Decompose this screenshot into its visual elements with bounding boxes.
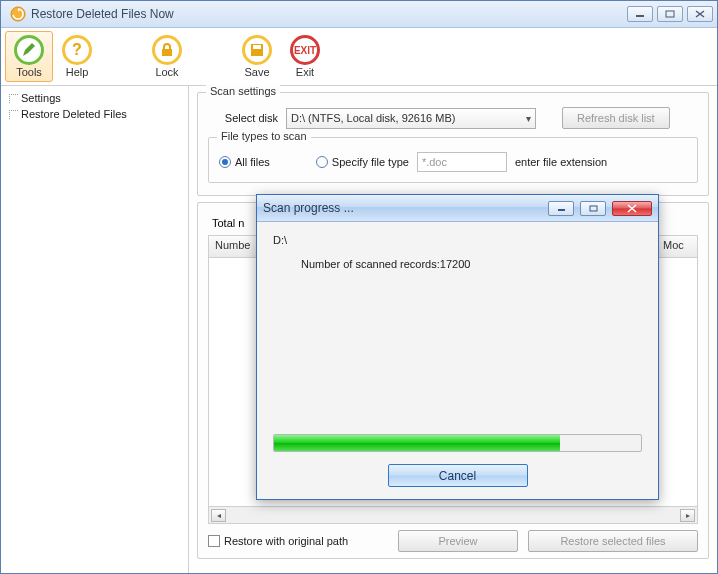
dialog-maximize-button[interactable] xyxy=(580,201,606,216)
titlebar: Restore Deleted Files Now xyxy=(1,1,717,28)
svg-rect-5 xyxy=(253,45,261,49)
svg-rect-6 xyxy=(558,209,565,211)
dialog-title: Scan progress ... xyxy=(263,201,542,215)
checkbox-box-icon xyxy=(208,535,220,547)
restore-selected-button[interactable]: Restore selected files xyxy=(528,530,698,552)
toolbar-exit-label: Exit xyxy=(296,66,314,78)
col-mod[interactable]: Moc xyxy=(657,236,697,257)
scan-settings-group: Scan settings Select disk D:\ (NTFS, Loc… xyxy=(197,92,709,196)
window-title: Restore Deleted Files Now xyxy=(31,7,627,21)
scroll-left-button[interactable]: ◂ xyxy=(211,509,226,522)
window-buttons xyxy=(627,6,713,22)
minimize-icon xyxy=(557,205,566,212)
restore-original-checkbox[interactable]: Restore with original path xyxy=(208,535,348,547)
toolbar-help[interactable]: ? Help xyxy=(53,31,101,82)
svg-rect-1 xyxy=(636,15,644,17)
exit-icon: EXIT xyxy=(294,45,316,56)
file-types-legend: File types to scan xyxy=(217,130,311,142)
sidebar: Settings Restore Deleted Files xyxy=(1,86,189,573)
records-value: 17200 xyxy=(440,258,471,270)
toolbar-lock-label: Lock xyxy=(155,66,178,78)
scroll-right-button[interactable]: ▸ xyxy=(680,509,695,522)
toolbar-tools-label: Tools xyxy=(16,66,42,78)
dialog-body: D:\ Number of scanned records:17200 Canc… xyxy=(257,222,658,499)
radio-all-files[interactable]: All files xyxy=(219,156,270,168)
refresh-disk-button[interactable]: Refresh disk list xyxy=(562,107,670,129)
save-icon xyxy=(249,42,265,58)
toolbar-help-label: Help xyxy=(66,66,89,78)
close-icon xyxy=(626,204,638,213)
chevron-down-icon: ▾ xyxy=(526,113,531,124)
close-icon xyxy=(695,10,705,18)
progress-bar xyxy=(273,434,642,452)
scan-progress-dialog: Scan progress ... D:\ Number of scanned … xyxy=(256,194,659,500)
progress-fill xyxy=(274,435,560,451)
minimize-button[interactable] xyxy=(627,6,653,22)
maximize-icon xyxy=(665,10,675,18)
question-icon: ? xyxy=(72,41,82,59)
radio-all-files-label: All files xyxy=(235,156,270,168)
radio-dot-icon xyxy=(219,156,231,168)
app-icon xyxy=(10,6,26,22)
pencil-icon xyxy=(20,41,38,59)
lock-icon xyxy=(159,42,175,58)
minimize-icon xyxy=(635,10,645,18)
maximize-icon xyxy=(589,205,598,212)
extension-input[interactable]: *.doc xyxy=(417,152,507,172)
disk-combo-value: D:\ (NTFS, Local disk, 92616 MB) xyxy=(291,112,455,124)
maximize-button[interactable] xyxy=(657,6,683,22)
restore-original-label: Restore with original path xyxy=(224,535,348,547)
dialog-minimize-button[interactable] xyxy=(548,201,574,216)
sidebar-item-restore[interactable]: Restore Deleted Files xyxy=(1,106,188,122)
bottom-row: Restore with original path Preview Resto… xyxy=(208,530,698,552)
svg-rect-3 xyxy=(162,49,172,56)
disk-combo[interactable]: D:\ (NTFS, Local disk, 92616 MB) ▾ xyxy=(286,108,536,129)
radio-dot-icon xyxy=(316,156,328,168)
main-window: Restore Deleted Files Now Tools ? Help xyxy=(0,0,718,574)
svg-rect-2 xyxy=(666,11,674,17)
toolbar: Tools ? Help Lock Save EXIT Exit xyxy=(1,28,717,86)
radio-specify-label: Specify file type xyxy=(332,156,409,168)
radio-specify-type[interactable]: Specify file type xyxy=(316,156,409,168)
scan-settings-legend: Scan settings xyxy=(206,85,280,97)
dialog-disk-label: D:\ xyxy=(273,234,642,246)
file-types-group: File types to scan All files Specify fil… xyxy=(208,137,698,183)
dialog-cancel-button[interactable]: Cancel xyxy=(388,464,528,487)
toolbar-exit[interactable]: EXIT Exit xyxy=(281,31,329,82)
sidebar-item-settings[interactable]: Settings xyxy=(1,90,188,106)
toolbar-save[interactable]: Save xyxy=(233,31,281,82)
toolbar-tools[interactable]: Tools xyxy=(5,31,53,82)
svg-rect-7 xyxy=(590,206,597,211)
dialog-records: Number of scanned records:17200 xyxy=(273,258,642,270)
dialog-titlebar: Scan progress ... xyxy=(257,195,658,222)
h-scrollbar[interactable]: ◂ ▸ xyxy=(209,506,697,523)
select-disk-label: Select disk xyxy=(208,112,278,124)
extension-hint: enter file extension xyxy=(515,156,607,168)
toolbar-lock[interactable]: Lock xyxy=(143,31,191,82)
dialog-close-button[interactable] xyxy=(612,201,652,216)
close-button[interactable] xyxy=(687,6,713,22)
preview-button[interactable]: Preview xyxy=(398,530,518,552)
sidebar-item-label: Restore Deleted Files xyxy=(21,108,127,120)
toolbar-save-label: Save xyxy=(244,66,269,78)
records-label: Number of scanned records: xyxy=(301,258,440,270)
extension-placeholder: *.doc xyxy=(422,156,447,168)
sidebar-item-label: Settings xyxy=(21,92,61,104)
